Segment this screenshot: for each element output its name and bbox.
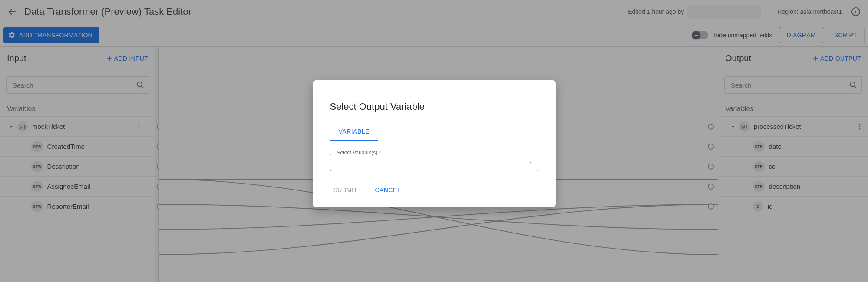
dialog-tabs: VARIABLE (330, 123, 538, 141)
select-output-variable-dialog: Select Output Variable VARIABLE Select V… (313, 80, 556, 207)
modal-scrim[interactable]: Select Output Variable VARIABLE Select V… (0, 0, 868, 282)
dialog-actions: SUBMIT CANCEL (330, 181, 538, 197)
select-variable-label: Select Variable(s) * (335, 150, 383, 156)
dialog-title: Select Output Variable (330, 101, 538, 112)
variable-tab[interactable]: VARIABLE (330, 123, 378, 141)
select-variable-field: Select Variable(s) * (330, 154, 538, 171)
submit-button[interactable]: SUBMIT (330, 183, 361, 197)
cancel-button[interactable]: CANCEL (371, 183, 404, 197)
select-variable-dropdown[interactable] (330, 154, 538, 171)
